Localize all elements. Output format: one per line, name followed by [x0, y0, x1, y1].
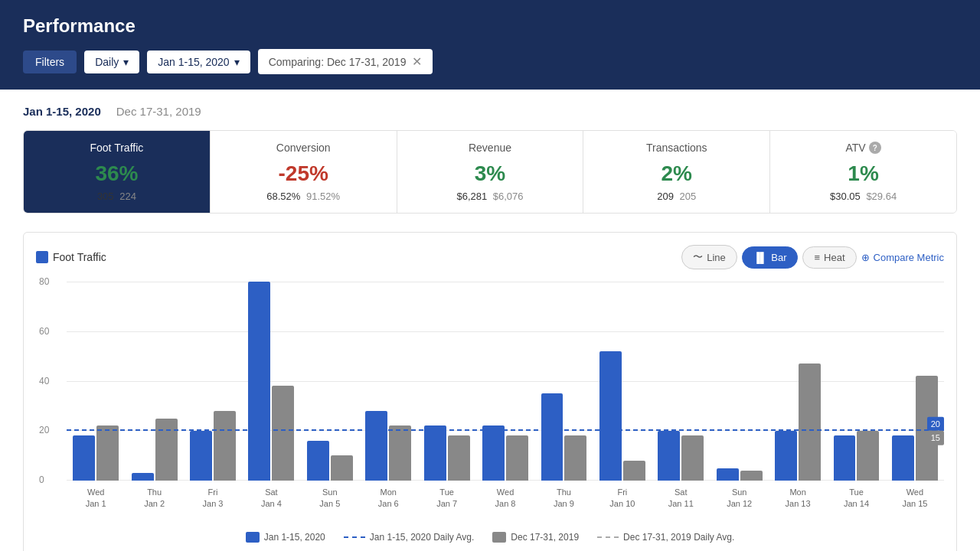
date-labels: Jan 1-15, 2020 Dec 17-31, 2019: [23, 105, 957, 118]
chart-legend: Foot Traffic: [36, 251, 106, 263]
metric-value: -25%: [223, 161, 384, 186]
help-icon: ?: [869, 142, 881, 154]
chart-header: Foot Traffic 〜 Line ▐▌ Bar ≡ Heat: [36, 245, 944, 269]
line-chart-button[interactable]: 〜 Line: [681, 245, 737, 269]
compare-metric-button[interactable]: ⊕ Compare Metric: [861, 252, 944, 263]
metric-value: 1%: [782, 161, 944, 186]
metric-label: Transactions: [646, 142, 707, 154]
x-label: SatJan 4: [242, 482, 300, 519]
bar-current: [834, 435, 856, 481]
current-avg-line: 20 15: [67, 429, 944, 431]
metric-sub: $6,281 $6,076: [410, 191, 571, 202]
legend-item: Dec 17-31, 2019 Daily Avg.: [597, 531, 734, 543]
daily-dropdown[interactable]: Daily ▾: [84, 51, 139, 73]
bars-container: [67, 282, 944, 481]
chevron-down-icon: ▾: [234, 56, 240, 68]
current-date-label: Jan 1-15, 2020: [23, 105, 101, 118]
grid-label: 40: [39, 376, 49, 386]
bar-current: [73, 435, 95, 481]
metric-card-foot-traffic[interactable]: Foot Traffic 36% 305 224: [24, 131, 211, 213]
heat-chart-icon: ≡: [814, 252, 820, 263]
legend-item: Dec 17-31, 2019: [492, 532, 579, 543]
chart-area: 806040200: [36, 282, 944, 519]
bar-group: [359, 411, 417, 481]
x-label: WedJan 8: [476, 482, 534, 519]
legend-item: Jan 1-15, 2020: [246, 532, 325, 543]
bar-current: [658, 431, 680, 481]
bar-compare: [740, 471, 763, 481]
x-label: ThuJan 9: [534, 482, 593, 519]
grid-label: 20: [39, 425, 49, 435]
x-label: SatJan 11: [652, 482, 710, 519]
line-chart-icon: 〜: [693, 250, 703, 264]
metric-sub: $30.05 $29.64: [782, 191, 944, 202]
bar-current: [599, 351, 622, 481]
x-label: ThuJan 2: [125, 482, 183, 519]
x-label: WedJan 15: [886, 482, 944, 519]
bar-group: [652, 431, 710, 481]
bar-compare: [799, 364, 821, 481]
bottom-legend: Jan 1-15, 2020Jan 1-15, 2020 Daily Avg.D…: [36, 531, 944, 543]
main-content: Jan 1-15, 2020 Dec 17-31, 2019 Foot Traf…: [0, 90, 980, 551]
bar-compare: [272, 386, 294, 481]
bar-group: [476, 425, 534, 481]
metric-value: 36%: [36, 161, 198, 186]
metric-card-atv[interactable]: ATV ? 1% $30.05 $29.64: [770, 131, 956, 213]
compare-date-label: Dec 17-31, 2019: [116, 105, 201, 118]
bar-group: [242, 282, 300, 481]
bar-compare: [857, 431, 879, 481]
heat-chart-button[interactable]: ≡ Heat: [802, 246, 856, 269]
bar-chart-button[interactable]: ▐▌ Bar: [742, 246, 799, 269]
bar-group: [184, 411, 242, 481]
filters-button[interactable]: Filters: [23, 51, 77, 73]
bar-group: [769, 364, 827, 481]
legend-item-label: Jan 1-15, 2020 Daily Avg.: [370, 532, 475, 543]
bar-group: [710, 468, 768, 481]
metric-sub: 209 205: [596, 191, 757, 202]
metric-value: 2%: [596, 161, 757, 186]
metric-card-revenue[interactable]: Revenue 3% $6,281 $6,076: [397, 131, 584, 213]
x-label: WedJan 1: [67, 482, 125, 519]
metric-label: Foot Traffic: [90, 142, 144, 154]
page-title: Performance: [23, 15, 957, 37]
page-wrapper: Performance Filters Daily ▾ Jan 1-15, 20…: [0, 0, 980, 551]
grid-label: 0: [39, 474, 44, 485]
bar-compare: [448, 435, 470, 481]
metric-cards: Foot Traffic 36% 305 224 Conversion -25%…: [23, 130, 957, 214]
bar-current: [424, 425, 446, 481]
avg-badge-current: 20: [927, 417, 944, 431]
metric-card-conversion[interactable]: Conversion -25% 68.52% 91.52%: [211, 131, 397, 213]
plus-circle-icon: ⊕: [861, 252, 870, 263]
metric-sub: 305 224: [36, 191, 198, 202]
bar-current: [132, 473, 154, 481]
close-icon[interactable]: ✕: [412, 54, 422, 69]
legend-item: Jan 1-15, 2020 Daily Avg.: [344, 531, 475, 543]
avg-badge-compare: 15: [927, 431, 944, 445]
comparing-button[interactable]: Comparing: Dec 17-31, 2019 ✕: [258, 49, 433, 74]
header-controls: Filters Daily ▾ Jan 1-15, 2020 ▾ Compari…: [23, 49, 957, 74]
bar-group: [534, 393, 593, 481]
legend-color-box: [36, 251, 48, 263]
bar-compare: [623, 461, 645, 481]
x-label: TueJan 14: [827, 482, 885, 519]
bar-current: [541, 393, 564, 481]
metric-label: Conversion: [276, 142, 331, 154]
bar-compare: [389, 425, 411, 481]
grid-label: 60: [39, 326, 49, 337]
legend-swatch-dashed: [344, 536, 365, 538]
legend-swatch: [492, 532, 506, 543]
bar-group: [301, 441, 359, 481]
legend-item-label: Dec 17-31, 2019 Daily Avg.: [623, 532, 734, 543]
legend-swatch-dashed: [597, 536, 619, 538]
bar-group: [417, 425, 475, 481]
legend-item-label: Dec 17-31, 2019: [511, 532, 579, 543]
metric-card-transactions[interactable]: Transactions 2% 209 205: [583, 131, 770, 213]
bar-group: [125, 419, 183, 481]
x-labels: WedJan 1ThuJan 2FriJan 3SatJan 4SunJan 5…: [67, 482, 944, 519]
bar-compare: [214, 411, 236, 481]
bar-compare: [155, 419, 178, 481]
metric-label: Revenue: [469, 142, 511, 154]
bar-compare: [564, 435, 586, 481]
x-label: SunJan 12: [710, 482, 768, 519]
date-range-dropdown[interactable]: Jan 1-15, 2020 ▾: [147, 51, 250, 73]
